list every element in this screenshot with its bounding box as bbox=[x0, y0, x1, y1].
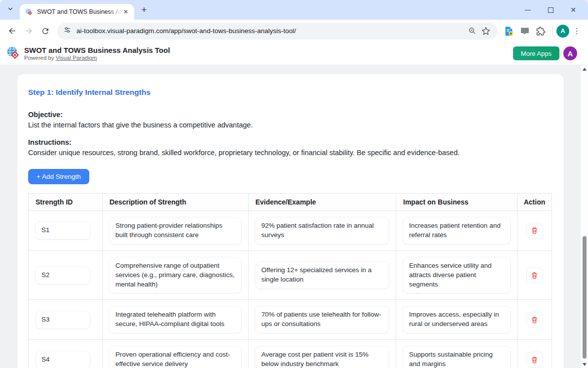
back-button[interactable] bbox=[4, 23, 20, 39]
page-content: Step 1: Identify Internal Strengths Obje… bbox=[0, 65, 588, 368]
add-strength-button[interactable]: + Add Strength bbox=[28, 169, 89, 184]
app-title-block: SWOT and TOWS Business Analysis Tool Pow… bbox=[24, 46, 170, 61]
step-card: Step 1: Identify Internal Strengths Obje… bbox=[17, 74, 564, 368]
address-bar[interactable]: ai-toolbox.visual-paradigm.com/app/swot-… bbox=[57, 23, 498, 40]
objective-text: List the internal factors that give the … bbox=[28, 121, 552, 129]
powered-by-prefix: Powered by bbox=[24, 55, 56, 61]
strengths-table: Strength ID Description of Strength Evid… bbox=[28, 193, 552, 368]
browser-tab[interactable]: SWOT and TOWS Business Anal ✕ bbox=[20, 4, 134, 20]
strength-id-input[interactable]: S4 bbox=[35, 351, 90, 368]
reload-button[interactable] bbox=[37, 23, 53, 39]
col-header-strength-id: Strength ID bbox=[29, 194, 103, 211]
bookmark-star-icon[interactable] bbox=[479, 24, 493, 38]
browser-menu-kebab-icon[interactable]: ⋮ bbox=[570, 25, 583, 38]
delete-strength-button[interactable] bbox=[526, 223, 543, 239]
strength-impact-input[interactable]: Improves access, especially in rural or … bbox=[403, 306, 511, 333]
strength-table-row: S2 Comprehensive range of outpatient ser… bbox=[29, 250, 552, 300]
browser-toolbar: ai-toolbox.visual-paradigm.com/app/swot-… bbox=[0, 20, 588, 42]
window-maximize-button[interactable] bbox=[547, 6, 554, 14]
window-minimize-button[interactable] bbox=[524, 6, 532, 14]
delete-strength-button[interactable] bbox=[526, 352, 543, 368]
tab-close-icon[interactable]: ✕ bbox=[121, 7, 130, 16]
objective-label: Objective: bbox=[28, 111, 552, 119]
scrollbar-down-arrow-icon[interactable] bbox=[583, 363, 587, 366]
url-text[interactable]: ai-toolbox.visual-paradigm.com/app/swot-… bbox=[76, 27, 465, 35]
table-header-row: Strength ID Description of Strength Evid… bbox=[29, 194, 552, 211]
strength-table-row: S3 Integrated telehealth platform with s… bbox=[29, 300, 552, 340]
col-header-action: Action bbox=[517, 194, 552, 211]
app-header: SWOT and TOWS Business Analysis Tool Pow… bbox=[0, 42, 588, 65]
strength-table-row: S4 Proven operational efficiency and cos… bbox=[29, 340, 552, 368]
tab-strip: SWOT and TOWS Business Anal ✕ + ✕ bbox=[0, 0, 588, 20]
strength-evidence-input[interactable]: Average cost per patient visit is 15% be… bbox=[255, 346, 390, 368]
step-title: Step 1: Identify Internal Strengths bbox=[28, 88, 552, 97]
strength-description-input[interactable]: Integrated telehealth platform with secu… bbox=[109, 306, 242, 333]
tab-search-button[interactable] bbox=[4, 3, 17, 16]
back-arrow-icon bbox=[7, 26, 17, 36]
strength-impact-input[interactable]: Supports sustainable pricing and margins bbox=[403, 346, 511, 368]
strength-description-input[interactable]: Strong patient-provider relationships bu… bbox=[109, 217, 242, 245]
zoom-out-icon[interactable] bbox=[465, 24, 479, 38]
strength-id-input[interactable]: S2 bbox=[35, 266, 90, 285]
toolbar-divider bbox=[552, 27, 552, 36]
browser-profile-avatar[interactable]: A bbox=[556, 25, 569, 38]
trash-icon bbox=[530, 271, 539, 280]
trash-icon bbox=[530, 226, 539, 235]
page-scrollbar[interactable] bbox=[580, 65, 588, 368]
scrollbar-up-arrow-icon[interactable] bbox=[583, 68, 587, 71]
user-avatar[interactable]: A bbox=[563, 46, 577, 60]
strength-table-body: S1 Strong patient-provider relationships… bbox=[29, 211, 552, 368]
site-settings-icon[interactable] bbox=[63, 26, 72, 36]
visual-paradigm-link[interactable]: Visual Paradigm bbox=[56, 55, 97, 61]
col-header-evidence: Evidence/Example bbox=[248, 194, 396, 211]
strength-description-input[interactable]: Comprehensive range of outpatient servic… bbox=[109, 257, 242, 294]
reload-icon bbox=[41, 27, 50, 36]
forward-button[interactable] bbox=[21, 23, 37, 39]
strength-id-input[interactable]: S1 bbox=[35, 221, 90, 240]
trash-icon bbox=[530, 316, 539, 324]
chat-extension-icon[interactable] bbox=[517, 24, 532, 39]
strength-evidence-input[interactable]: 92% patient satisfaction rate in annual … bbox=[255, 217, 390, 245]
trash-icon bbox=[530, 356, 539, 364]
col-header-impact: Impact on Business bbox=[396, 194, 517, 211]
forward-arrow-icon bbox=[24, 26, 34, 36]
window-controls: ✕ bbox=[524, 6, 588, 14]
window-close-button[interactable]: ✕ bbox=[569, 6, 577, 14]
more-apps-button[interactable]: More Apps bbox=[513, 46, 559, 60]
app-title: SWOT and TOWS Business Analysis Tool bbox=[24, 46, 170, 55]
extensions-puzzle-icon[interactable] bbox=[533, 24, 548, 39]
instructions-text: Consider unique resources, strong brand,… bbox=[28, 149, 552, 157]
col-header-description: Description of Strength bbox=[102, 194, 248, 211]
delete-strength-button[interactable] bbox=[526, 267, 543, 283]
delete-strength-button[interactable] bbox=[526, 312, 543, 327]
strength-impact-input[interactable]: Increases patient retention and referral… bbox=[403, 217, 511, 245]
strength-evidence-input[interactable]: 70% of patients use telehealth for follo… bbox=[255, 306, 390, 333]
powered-by: Powered by Visual Paradigm bbox=[24, 55, 170, 61]
strength-id-input[interactable]: S3 bbox=[35, 311, 90, 329]
close-icon: ✕ bbox=[570, 6, 576, 13]
instructions-label: Instructions: bbox=[28, 138, 552, 146]
tab-title-fade bbox=[109, 4, 121, 20]
strength-description-input[interactable]: Proven operational efficiency and cost-e… bbox=[109, 346, 242, 368]
new-tab-button[interactable]: + bbox=[137, 3, 151, 17]
app-header-right: More Apps A bbox=[513, 46, 582, 60]
strength-evidence-input[interactable]: Offering 12+ specialized services in a s… bbox=[255, 261, 390, 289]
visual-paradigm-favicon bbox=[25, 8, 33, 16]
document-download-extension-icon[interactable] bbox=[502, 24, 516, 39]
scrollbar-thumb[interactable] bbox=[583, 236, 587, 359]
chevron-down-icon bbox=[7, 5, 14, 14]
visual-paradigm-logo bbox=[6, 46, 21, 61]
strength-impact-input[interactable]: Enhances service utility and attracts di… bbox=[403, 257, 511, 294]
strength-table-row: S1 Strong patient-provider relationships… bbox=[29, 211, 552, 251]
maximize-icon bbox=[548, 7, 553, 13]
minimize-icon bbox=[525, 10, 531, 10]
